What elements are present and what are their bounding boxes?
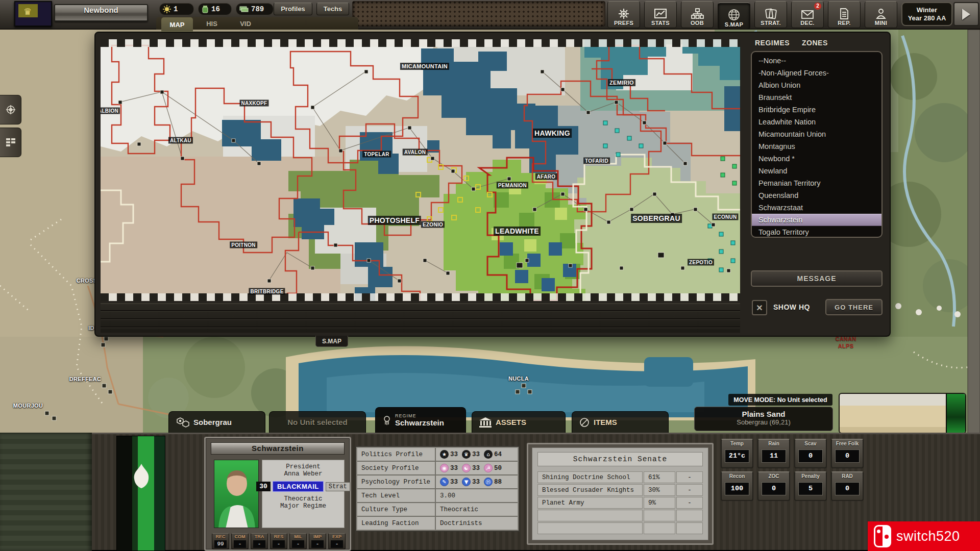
row-value: Theocratic [436, 503, 518, 516]
res-button[interactable]: RES- [270, 533, 287, 549]
map-label[interactable]: ZEMIRIO [608, 79, 635, 86]
map-label[interactable]: SOBERGRAU [631, 214, 682, 223]
strat-button[interactable]: STRAT. [754, 1, 787, 28]
regime-list-item[interactable]: Montagnus [752, 140, 881, 153]
com-button[interactable]: COM- [231, 533, 249, 549]
stat-penalty: Penalty5 [794, 471, 827, 501]
button-label: DEC. [800, 20, 814, 26]
strat-button-small[interactable]: Strat [326, 482, 350, 491]
stats-button[interactable]: STATS [644, 1, 677, 28]
senate-row: Shining Doctrine School 61% - [537, 471, 703, 483]
stat-value: 64 [494, 451, 502, 458]
faction-extra: - [676, 471, 703, 483]
crosshair-globe-icon [6, 105, 16, 115]
regime-list-item[interactable]: -Non-Aligned Forces- [752, 67, 881, 79]
tab-assets[interactable]: ASSETS [472, 411, 566, 433]
smap-button[interactable]: S.MAP [718, 3, 750, 30]
mil-button[interactable]: MIL- [289, 533, 307, 549]
map-label[interactable]: AFARO [535, 173, 557, 180]
map-label[interactable]: AVALON [403, 149, 428, 156]
tab-no-unit[interactable]: No Unit selected [269, 411, 366, 433]
map-label[interactable]: POITNON [230, 242, 257, 248]
humanity-icon: Ⓗ [484, 478, 493, 486]
regime-flag[interactable]: ♛ [14, 1, 52, 27]
regime-list-item[interactable]: Newbond * [752, 153, 881, 165]
regime-banner [116, 436, 165, 551]
rec-button[interactable]: REC99 [212, 533, 229, 549]
turn-year: Year 280 AA [908, 14, 946, 22]
tab-regimes[interactable]: REGIMES [755, 39, 790, 47]
tab-map[interactable]: MAP [161, 17, 193, 32]
rep-button[interactable]: REP. [828, 1, 861, 28]
show-hq-checkbox[interactable]: ✕ [752, 300, 767, 315]
regime-list-item[interactable]: Leadwhite Nation [752, 116, 881, 128]
go-there-button[interactable]: GO THERE [825, 299, 883, 315]
map-label[interactable]: PHOTOSHELF [368, 216, 421, 225]
map-label[interactable]: TOPELAR [362, 151, 391, 158]
row-value: 3.00 [436, 489, 518, 502]
map-label[interactable]: MICAMOUNTAIN [400, 63, 449, 70]
bg-label-mourjou[interactable]: MOURJOU [13, 403, 43, 409]
map-label[interactable]: BRITBRIDGE [249, 288, 285, 295]
regime-list-item[interactable]: Braunsekt [752, 91, 881, 104]
resource-political-points: 1 [159, 3, 194, 15]
bg-label-alps: ALPS [838, 343, 854, 349]
grid-icon [6, 138, 16, 147]
bg-label-dreffeac[interactable]: DREFFEAC [69, 376, 101, 382]
top-bar-grill [352, 1, 605, 27]
exp-button[interactable]: EXP- [328, 533, 346, 549]
tab-label: ITEMS [594, 418, 617, 427]
tab-zones[interactable]: ZONES [802, 39, 828, 47]
regime-list-item[interactable]: --None-- [752, 55, 881, 67]
oob-button[interactable]: OOB [681, 1, 714, 28]
regime-list-item[interactable]: Pemanian Territory [752, 177, 881, 189]
stat-zoc: ZOC0 [757, 471, 790, 501]
mini-button[interactable]: MINI [865, 1, 897, 28]
blackmail-button[interactable]: BLACKMAIL [273, 481, 324, 492]
bg-label-nucla[interactable]: NUCLA [508, 375, 529, 382]
table-row: Culture Type Theocratic [357, 503, 518, 516]
regime-list-item[interactable]: Newland [752, 165, 881, 177]
smap-window-tab[interactable]: S.MAP [315, 336, 348, 347]
regime-list-item[interactable]: Queensland [752, 189, 881, 202]
regime-list-item[interactable]: Albion Union [752, 79, 881, 91]
strategic-map[interactable]: ALBION ALTKAU NAXKOPF MICAMOUNTAIN ZEMIR… [101, 39, 740, 301]
map-label[interactable]: LEADWHITE [494, 227, 541, 236]
imp-button[interactable]: IMP- [309, 533, 326, 549]
regime-list-item-selected[interactable]: Schwarzstein [752, 214, 881, 226]
techs-button[interactable]: Techs [316, 3, 349, 15]
prefs-button[interactable]: PREFS [607, 1, 640, 28]
tab-regime-schwarzstein[interactable]: REGIME Schwarzstein [375, 407, 466, 433]
message-button[interactable]: MESSAGE [751, 270, 883, 287]
watermark-text: switch520 [896, 529, 960, 544]
regime-list-item[interactable]: Schwarzstaat [752, 202, 881, 214]
map-label[interactable]: EZONIO [421, 221, 445, 228]
profiles-button[interactable]: Profiles [274, 3, 312, 15]
next-turn-button[interactable] [953, 2, 979, 26]
map-label[interactable]: NAXKOPF [240, 100, 269, 107]
faction-share: 30% [644, 484, 675, 496]
tra-button[interactable]: TRA- [251, 533, 268, 549]
map-label[interactable]: ZEPOTIO [688, 259, 714, 266]
edge-list-button[interactable] [0, 128, 21, 157]
map-label[interactable]: HAWKING [533, 129, 572, 138]
regime-list-item[interactable]: Micamountain Union [752, 128, 881, 140]
dec-button[interactable]: 2 DEC. [791, 1, 824, 28]
report-icon [839, 8, 850, 20]
senate-title: Schwarzstein Senate [537, 452, 703, 466]
map-label[interactable]: ECONUN [712, 214, 738, 220]
star-icon: ★ [440, 450, 449, 459]
tab-vid[interactable]: VID [231, 17, 260, 30]
map-label[interactable]: PEMANION [497, 182, 528, 189]
regime-list-item[interactable]: Togalo Territory [752, 226, 881, 238]
edge-globe-button[interactable] [0, 95, 21, 124]
map-label[interactable]: ALTKAU [168, 137, 193, 144]
map-label[interactable]: TOFARID [583, 158, 610, 164]
regime-list-item[interactable]: Britbridge Empire [752, 104, 881, 116]
tab-items[interactable]: ITEMS [572, 411, 669, 433]
tab-his[interactable]: HIS [197, 17, 227, 30]
map-label[interactable]: ALBION [101, 108, 120, 114]
switch-logo-icon [874, 525, 891, 547]
tab-sobergrau[interactable]: Sobergrau [168, 411, 265, 433]
senate-row: Planet Army 9% - [537, 497, 703, 509]
